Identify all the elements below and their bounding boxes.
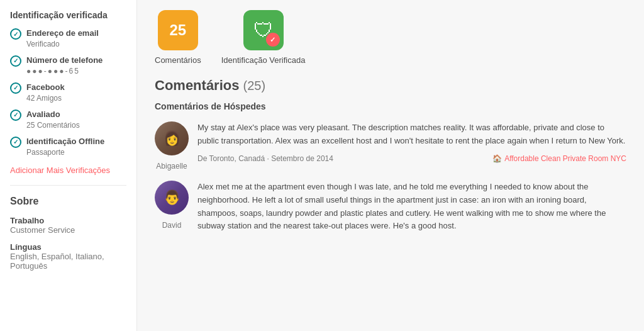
linguas-section: Línguas English, Español, Italiano, Port… (10, 242, 126, 271)
check-icon-email (10, 28, 21, 40)
verification-facebook: Facebook 42 Amigos (10, 82, 126, 104)
comments-badge-label: Comentários (155, 55, 201, 65)
check-icon-offline (10, 137, 21, 148)
verified-check-overlay: ✓ (266, 33, 280, 47)
phone-label: Número de telefone (26, 55, 103, 66)
comment-text-david: Alex met me at the apartment even though… (197, 181, 626, 233)
avatar-abigaelle: 👩 (155, 121, 189, 155)
offline-sub: Passaporte (26, 147, 104, 158)
avaliado-label: Avaliado (26, 109, 80, 120)
verified-badge-label: Identificação Verificada (221, 55, 306, 65)
comments-badge-icon: 25 (158, 10, 198, 50)
avaliado-sub: 25 Comentários (26, 120, 80, 131)
comments-title: Comentários (155, 77, 239, 94)
comment-text-abigaelle: My stay at Alex's place was very pleasan… (197, 121, 626, 148)
verification-avaliado: Avaliado 25 Comentários (10, 109, 126, 131)
verification-title: Identificação verificada (10, 10, 126, 20)
check-icon-avaliado (10, 109, 21, 121)
listing-link-abigaelle[interactable]: 🏠 Affordable Clean Private Room NYC (492, 154, 626, 163)
listing-link-text-abigaelle: Affordable Clean Private Room NYC (504, 154, 626, 163)
badge-comments: 25 Comentários (155, 10, 201, 65)
comment-meta-abigaelle: De Toronto, Canadá · Setembro de 2014 🏠 … (197, 154, 626, 163)
facebook-label: Facebook (26, 82, 65, 93)
comments-count: (25) (243, 79, 265, 93)
linguas-label: Línguas (10, 242, 126, 252)
add-more-verifications-link[interactable]: Adicionar Mais Verificações (10, 166, 126, 175)
divider-1 (10, 185, 126, 186)
trabalho-value: Customer Service (10, 225, 126, 235)
trabalho-section: Trabalho Customer Service (10, 216, 126, 235)
verification-email: Endereço de email Verificado (10, 28, 126, 50)
comment-location-abigaelle: De Toronto, Canadá · Setembro de 2014 (197, 154, 333, 163)
commenter-name-abigaelle: Abigaelle (156, 162, 187, 171)
offline-label: Identificação Offline (26, 136, 104, 147)
avatar-david: 👨 (155, 181, 189, 215)
check-icon-phone (10, 55, 21, 67)
verification-phone: Número de telefone ●●●-●●●-65 (10, 55, 126, 77)
sobre-title: Sobre (10, 196, 126, 207)
comments-header: Comentários (25) (155, 77, 626, 98)
comment-abigaelle: 👩 Abigaelle My stay at Alex's place was … (155, 121, 626, 171)
trabalho-label: Trabalho (10, 216, 126, 225)
commenter-name-david: David (162, 221, 182, 230)
facebook-sub: 42 Amigos (26, 93, 65, 104)
email-sub: Verificado (26, 39, 99, 50)
home-icon: 🏠 (492, 154, 502, 163)
comments-subsection-title: Comentários de Hóspedes (155, 101, 626, 111)
comments-count-badge: 25 (169, 21, 186, 39)
check-icon-facebook (10, 82, 21, 94)
email-label: Endereço de email (26, 28, 99, 39)
main-content: 25 Comentários 🛡 ✓ Identificação Verific… (137, 0, 644, 331)
verified-badge-icon: 🛡 ✓ (243, 10, 284, 50)
badges-row: 25 Comentários 🛡 ✓ Identificação Verific… (155, 0, 626, 77)
badge-verified: 🛡 ✓ Identificação Verificada (221, 10, 306, 65)
comment-david: 👨 David Alex met me at the apartment eve… (155, 181, 626, 239)
verification-offline: Identificação Offline Passaporte (10, 136, 126, 158)
sidebar: Identificação verificada Endereço de ema… (0, 0, 137, 331)
linguas-value: English, Español, Italiano, Português (10, 252, 126, 271)
phone-sub: ●●●-●●●-65 (26, 66, 103, 77)
